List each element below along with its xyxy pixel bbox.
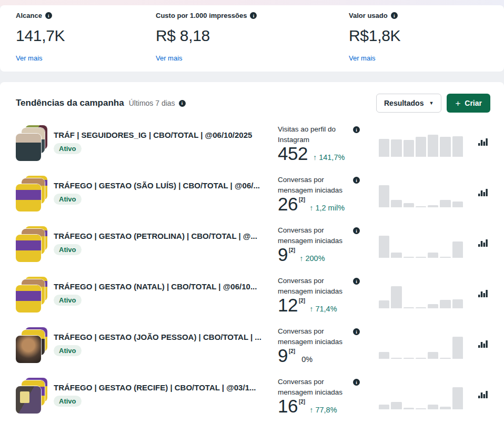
- campaign-title[interactable]: TRÁFEGO | GESTAO (SÃO LUÍS) | CBO/TOTAL …: [54, 181, 266, 190]
- campaign-row: TRÁF | SEGUIDORES_IG | CBO/TOTAL | @06/1…: [0, 121, 504, 172]
- info-icon[interactable]: i: [179, 100, 186, 107]
- spark-bar: [379, 405, 389, 409]
- spark-bar: [428, 304, 438, 308]
- create-button[interactable]: + Criar: [447, 94, 490, 113]
- campaign-title[interactable]: TRÁFEGO | GESTAO (JOÃO PESSOA) | CBO/TOT…: [54, 333, 266, 341]
- results-dropdown[interactable]: Resultados ▼: [376, 94, 441, 113]
- metric-change: ↑ 200%: [299, 254, 325, 263]
- metric-footnote-ref: [2]: [289, 348, 295, 354]
- trend-up-arrow-icon: ↑: [313, 153, 317, 162]
- metric-alcance: Alcance i 141,7K Ver mais: [16, 12, 156, 62]
- metric-cpm: Custo por 1.000 impressões i R$ 8,18 Ver…: [156, 12, 349, 62]
- campaign-row: TRÁFEGO | GESTAO (SÃO LUÍS) | CBO/TOTAL …: [0, 172, 504, 222]
- bar-chart-icon[interactable]: [478, 238, 488, 248]
- info-icon[interactable]: i: [250, 12, 257, 19]
- campaign-title[interactable]: TRÁFEGO | GESTAO (PETROLINA) | CBO/TOTAL…: [54, 231, 266, 240]
- spark-bar: [404, 307, 414, 308]
- metric-value: 16: [278, 397, 298, 416]
- info-icon[interactable]: i: [353, 227, 360, 234]
- metric-value: 9: [278, 245, 288, 265]
- info-icon[interactable]: i: [353, 126, 360, 133]
- campaign-thumbnail[interactable]: [16, 327, 47, 364]
- trend-up-arrow-icon: ↑: [309, 305, 313, 313]
- spark-bar: [440, 358, 450, 359]
- bar-chart-icon[interactable]: [478, 288, 488, 299]
- info-icon[interactable]: i: [353, 328, 360, 335]
- metric-label: Conversas por mensagem iniciadas: [278, 175, 357, 196]
- metric-label: Conversas por mensagem iniciadas: [278, 276, 357, 297]
- campaign-title[interactable]: TRÁFEGO | GESTAO (RECIFE) | CBO/TOTAL | …: [54, 383, 266, 392]
- spark-bar: [428, 253, 438, 258]
- trend-sparkline: [379, 286, 463, 308]
- metric-value: 26: [278, 195, 298, 214]
- campaign-thumbnail[interactable]: [16, 226, 47, 263]
- trend-sparkline: [379, 135, 463, 157]
- info-icon[interactable]: i: [45, 12, 52, 19]
- spark-bar: [416, 307, 426, 308]
- spark-bar: [391, 286, 401, 308]
- spark-bar: [452, 337, 463, 359]
- metric-valor-usado: Valor usado i R$1,8K Ver mais: [349, 12, 478, 62]
- spark-bar: [391, 402, 401, 409]
- campaign-thumbnail[interactable]: [16, 277, 47, 314]
- info-icon[interactable]: i: [353, 177, 360, 184]
- metric-label: Alcance: [16, 12, 42, 19]
- spark-bar: [404, 203, 414, 207]
- spark-bar: [440, 407, 450, 409]
- ver-mais-link[interactable]: Ver mais: [349, 54, 478, 62]
- spark-bar: [391, 139, 401, 157]
- spark-bar: [452, 202, 463, 207]
- spark-bar: [428, 205, 438, 207]
- trend-sparkline: [379, 387, 463, 409]
- metric-footnote-ref: [2]: [289, 247, 295, 253]
- metric-value: R$1,8K: [349, 27, 478, 45]
- spark-bar: [416, 358, 426, 359]
- metric-footnote-ref: [2]: [299, 197, 305, 203]
- campaign-thumbnail[interactable]: [16, 378, 47, 415]
- metric-change: 0%: [299, 355, 313, 364]
- campaign-row: TRÁFEGO | GESTAO (JOÃO PESSOA) | CBO/TOT…: [0, 323, 504, 374]
- spark-bar: [440, 257, 450, 258]
- info-icon[interactable]: i: [353, 278, 360, 285]
- campaign-thumbnail[interactable]: [16, 176, 47, 213]
- bar-chart-icon[interactable]: [478, 389, 488, 400]
- info-icon[interactable]: i: [353, 379, 360, 386]
- status-badge: Ativo: [54, 244, 82, 255]
- bar-chart-icon[interactable]: [478, 187, 488, 198]
- metric-change: ↑ 77,8%: [309, 406, 337, 414]
- spark-bar: [428, 405, 438, 409]
- campaign-title[interactable]: TRÁF | SEGUIDORES_IG | CBO/TOTAL | @06/1…: [54, 130, 266, 139]
- metric-label: Visitas ao perfil do Instagram: [278, 124, 357, 146]
- metric-label: Custo por 1.000 impressões: [156, 12, 247, 19]
- trend-up-arrow-icon: ↑: [309, 406, 313, 414]
- spark-bar: [379, 185, 389, 207]
- campaign-thumbnail[interactable]: [16, 125, 47, 162]
- spark-bar: [404, 408, 414, 409]
- spark-bar: [428, 135, 438, 157]
- status-badge: Ativo: [54, 345, 82, 356]
- metric-label: Conversas por mensagem iniciadas: [278, 377, 357, 398]
- spark-bar: [452, 299, 463, 308]
- info-icon[interactable]: i: [391, 12, 398, 19]
- spark-bar: [416, 257, 426, 258]
- spark-bar: [404, 358, 414, 359]
- campaign-row: TRÁFEGO | GESTAO (NATAL) | CBO/TOTAL | @…: [0, 273, 504, 323]
- ver-mais-link[interactable]: Ver mais: [156, 54, 349, 62]
- spark-bar: [428, 352, 438, 359]
- metric-label: Conversas por mensagem iniciadas: [278, 225, 357, 247]
- trend-up-arrow-icon: ↑: [299, 254, 303, 263]
- thumbnail-image: [16, 336, 41, 363]
- ver-mais-link[interactable]: Ver mais: [16, 54, 156, 62]
- metric-footnote-ref: [2]: [299, 399, 305, 405]
- metric-value: 9: [278, 346, 288, 366]
- metric-change: ↑ 71,4%: [309, 305, 337, 313]
- spark-bar: [452, 387, 463, 409]
- bar-chart-icon[interactable]: [478, 339, 488, 349]
- metric-label: Valor usado: [349, 12, 388, 19]
- campaign-trends-card: Tendências da campanha Últimos 7 dias i …: [0, 82, 504, 423]
- spark-bar: [379, 300, 389, 308]
- thumbnail-image: [16, 285, 41, 313]
- spark-bar: [416, 206, 426, 207]
- bar-chart-icon[interactable]: [478, 137, 488, 147]
- campaign-title[interactable]: TRÁFEGO | GESTAO (NATAL) | CBO/TOTAL | @…: [54, 282, 266, 291]
